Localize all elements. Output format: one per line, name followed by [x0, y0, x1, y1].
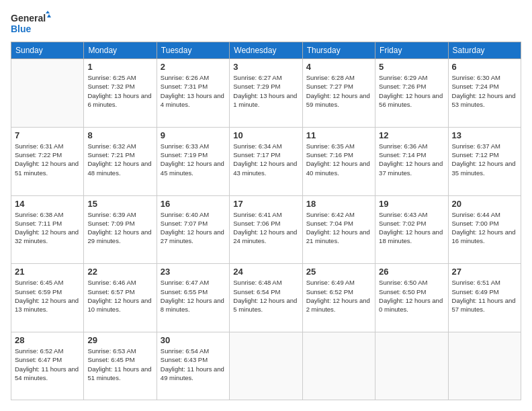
day-number: 17	[233, 199, 298, 209]
day-number: 8	[87, 130, 152, 140]
day-number: 2	[161, 62, 226, 72]
svg-text:Blue: Blue	[11, 24, 32, 34]
day-header-thursday: Thursday	[302, 42, 375, 59]
day-info: Sunrise: 6:48 AMSunset: 6:54 PMDaylight:…	[233, 278, 298, 314]
day-number: 21	[15, 267, 80, 277]
day-number: 16	[161, 199, 226, 209]
logo-svg: General Blue	[11, 11, 51, 35]
day-number: 20	[452, 199, 517, 209]
day-info: Sunrise: 6:44 AMSunset: 7:00 PMDaylight:…	[452, 210, 517, 246]
day-info: Sunrise: 6:34 AMSunset: 7:17 PMDaylight:…	[233, 142, 298, 177]
day-number: 5	[379, 62, 444, 72]
day-number: 13	[452, 130, 517, 140]
day-number: 15	[87, 199, 152, 209]
calendar-cell: 21Sunrise: 6:45 AMSunset: 6:59 PMDayligh…	[11, 264, 84, 332]
calendar-cell: 24Sunrise: 6:48 AMSunset: 6:54 PMDayligh…	[230, 264, 302, 332]
calendar-cell: 20Sunrise: 6:44 AMSunset: 7:00 PMDayligh…	[448, 195, 521, 264]
svg-marker-2	[46, 11, 50, 13]
day-info: Sunrise: 6:51 AMSunset: 6:49 PMDaylight:…	[452, 278, 517, 314]
day-number: 9	[161, 130, 226, 140]
day-info: Sunrise: 6:28 AMSunset: 7:27 PMDaylight:…	[306, 73, 371, 109]
calendar-cell: 26Sunrise: 6:50 AMSunset: 6:50 PMDayligh…	[375, 264, 448, 332]
calendar-cell: 29Sunrise: 6:53 AMSunset: 6:45 PMDayligh…	[84, 332, 157, 400]
day-info: Sunrise: 6:49 AMSunset: 6:52 PMDaylight:…	[306, 278, 371, 314]
calendar-cell	[11, 59, 84, 128]
calendar: SundayMondayTuesdayWednesdayThursdayFrid…	[11, 42, 521, 400]
day-number: 7	[15, 130, 80, 140]
calendar-cell: 23Sunrise: 6:47 AMSunset: 6:55 PMDayligh…	[157, 264, 229, 332]
day-info: Sunrise: 6:52 AMSunset: 6:47 PMDaylight:…	[15, 347, 80, 382]
calendar-cell: 19Sunrise: 6:43 AMSunset: 7:02 PMDayligh…	[375, 195, 448, 264]
day-header-wednesday: Wednesday	[230, 42, 302, 59]
day-info: Sunrise: 6:37 AMSunset: 7:12 PMDaylight:…	[452, 142, 517, 177]
day-number: 18	[306, 199, 371, 209]
calendar-cell: 27Sunrise: 6:51 AMSunset: 6:49 PMDayligh…	[448, 264, 521, 332]
svg-text:General: General	[11, 13, 46, 24]
logo: General Blue	[11, 11, 51, 35]
calendar-cell: 16Sunrise: 6:40 AMSunset: 7:07 PMDayligh…	[157, 195, 229, 264]
day-info: Sunrise: 6:30 AMSunset: 7:24 PMDaylight:…	[452, 73, 517, 109]
day-number: 11	[306, 130, 371, 140]
day-info: Sunrise: 6:47 AMSunset: 6:55 PMDaylight:…	[161, 278, 226, 314]
calendar-cell: 17Sunrise: 6:41 AMSunset: 7:06 PMDayligh…	[230, 195, 302, 264]
calendar-cell: 9Sunrise: 6:33 AMSunset: 7:19 PMDaylight…	[157, 127, 229, 195]
day-info: Sunrise: 6:31 AMSunset: 7:22 PMDaylight:…	[15, 142, 80, 177]
svg-marker-3	[47, 14, 51, 17]
day-info: Sunrise: 6:27 AMSunset: 7:29 PMDaylight:…	[233, 73, 298, 109]
day-number: 26	[379, 267, 444, 277]
day-number: 27	[452, 267, 517, 277]
day-number: 12	[379, 130, 444, 140]
calendar-cell: 4Sunrise: 6:28 AMSunset: 7:27 PMDaylight…	[302, 59, 375, 128]
calendar-cell: 7Sunrise: 6:31 AMSunset: 7:22 PMDaylight…	[11, 127, 84, 195]
day-info: Sunrise: 6:29 AMSunset: 7:26 PMDaylight:…	[379, 73, 444, 109]
day-info: Sunrise: 6:42 AMSunset: 7:04 PMDaylight:…	[306, 210, 371, 246]
day-number: 1	[87, 62, 152, 72]
week-row-4: 21Sunrise: 6:45 AMSunset: 6:59 PMDayligh…	[11, 264, 521, 332]
day-number: 28	[15, 335, 80, 345]
day-number: 25	[306, 267, 371, 277]
day-number: 30	[161, 335, 226, 345]
day-info: Sunrise: 6:36 AMSunset: 7:14 PMDaylight:…	[379, 142, 444, 177]
calendar-cell: 11Sunrise: 6:35 AMSunset: 7:16 PMDayligh…	[302, 127, 375, 195]
day-number: 3	[233, 62, 298, 72]
day-number: 19	[379, 199, 444, 209]
page: General Blue SundayMondayTuesdayWednesda…	[0, 0, 532, 411]
day-header-tuesday: Tuesday	[157, 42, 229, 59]
day-number: 4	[306, 62, 371, 72]
week-row-5: 28Sunrise: 6:52 AMSunset: 6:47 PMDayligh…	[11, 332, 521, 400]
header: General Blue	[11, 11, 521, 35]
calendar-cell: 18Sunrise: 6:42 AMSunset: 7:04 PMDayligh…	[302, 195, 375, 264]
calendar-cell: 6Sunrise: 6:30 AMSunset: 7:24 PMDaylight…	[448, 59, 521, 128]
day-info: Sunrise: 6:41 AMSunset: 7:06 PMDaylight:…	[233, 210, 298, 246]
day-number: 24	[233, 267, 298, 277]
calendar-cell: 28Sunrise: 6:52 AMSunset: 6:47 PMDayligh…	[11, 332, 84, 400]
day-info: Sunrise: 6:43 AMSunset: 7:02 PMDaylight:…	[379, 210, 444, 246]
day-header-sunday: Sunday	[11, 42, 84, 59]
calendar-cell: 8Sunrise: 6:32 AMSunset: 7:21 PMDaylight…	[84, 127, 157, 195]
calendar-cell: 12Sunrise: 6:36 AMSunset: 7:14 PMDayligh…	[375, 127, 448, 195]
day-header-saturday: Saturday	[448, 42, 521, 59]
day-info: Sunrise: 6:33 AMSunset: 7:19 PMDaylight:…	[161, 142, 226, 177]
day-info: Sunrise: 6:53 AMSunset: 6:45 PMDaylight:…	[87, 347, 152, 382]
calendar-cell: 15Sunrise: 6:39 AMSunset: 7:09 PMDayligh…	[84, 195, 157, 264]
calendar-cell: 3Sunrise: 6:27 AMSunset: 7:29 PMDaylight…	[230, 59, 302, 128]
calendar-cell: 5Sunrise: 6:29 AMSunset: 7:26 PMDaylight…	[375, 59, 448, 128]
day-number: 14	[15, 199, 80, 209]
calendar-cell: 22Sunrise: 6:46 AMSunset: 6:57 PMDayligh…	[84, 264, 157, 332]
day-number: 29	[87, 335, 152, 345]
calendar-cell: 25Sunrise: 6:49 AMSunset: 6:52 PMDayligh…	[302, 264, 375, 332]
day-header-monday: Monday	[84, 42, 157, 59]
calendar-cell	[302, 332, 375, 400]
day-number: 23	[161, 267, 226, 277]
day-info: Sunrise: 6:54 AMSunset: 6:43 PMDaylight:…	[161, 347, 226, 382]
calendar-cell	[230, 332, 302, 400]
day-info: Sunrise: 6:26 AMSunset: 7:31 PMDaylight:…	[161, 73, 226, 109]
calendar-cell: 14Sunrise: 6:38 AMSunset: 7:11 PMDayligh…	[11, 195, 84, 264]
day-header-friday: Friday	[375, 42, 448, 59]
day-number: 10	[233, 130, 298, 140]
day-info: Sunrise: 6:38 AMSunset: 7:11 PMDaylight:…	[15, 210, 80, 246]
day-info: Sunrise: 6:39 AMSunset: 7:09 PMDaylight:…	[87, 210, 152, 246]
week-row-2: 7Sunrise: 6:31 AMSunset: 7:22 PMDaylight…	[11, 127, 521, 195]
calendar-cell	[448, 332, 521, 400]
day-number: 22	[87, 267, 152, 277]
